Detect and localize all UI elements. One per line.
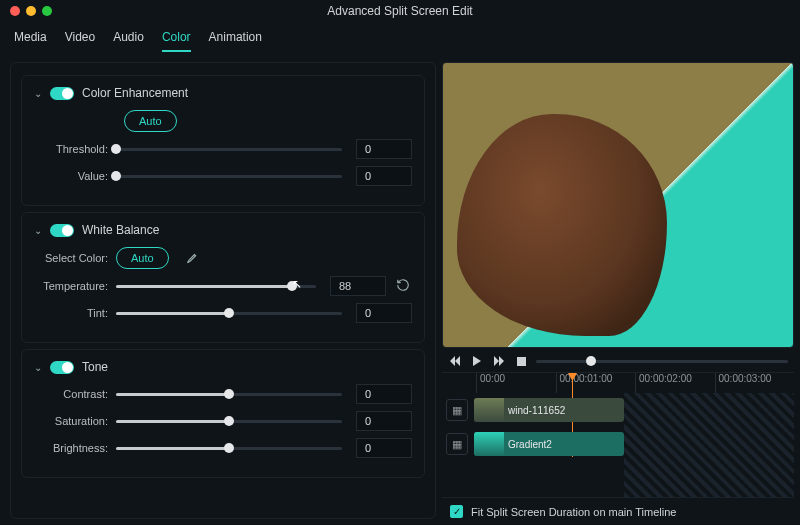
temperature-slider[interactable]: ↖ [116, 279, 316, 293]
value-label: Value: [34, 170, 116, 182]
section-title: Tone [82, 360, 108, 374]
app-title: Advanced Split Screen Edit [327, 4, 472, 18]
minimize-icon[interactable] [26, 6, 36, 16]
clip[interactable]: wind-111652 [474, 398, 624, 422]
section-title: White Balance [82, 223, 159, 237]
toggle-white-balance[interactable] [50, 224, 74, 237]
collapse-icon[interactable]: ⌄ [34, 362, 42, 373]
fit-checkbox[interactable]: ✓ [450, 505, 463, 518]
tab-video[interactable]: Video [65, 30, 95, 52]
tab-color[interactable]: Color [162, 30, 191, 52]
ruler-tick: 00:00:03:00 [715, 373, 795, 393]
value-slider[interactable] [116, 169, 342, 183]
window-controls [10, 6, 52, 16]
clip-label: Gradient2 [508, 439, 552, 450]
clip-label: wind-111652 [508, 405, 565, 416]
wb-auto-button[interactable]: Auto [116, 247, 169, 269]
playback-bar [442, 350, 794, 372]
temperature-row: Temperature: ↖ 88 [34, 276, 412, 296]
next-frame-icon[interactable] [492, 354, 506, 368]
svg-rect-0 [517, 357, 526, 366]
select-color-label: Select Color: [34, 252, 116, 264]
stop-icon[interactable] [514, 354, 528, 368]
tint-slider[interactable] [116, 306, 342, 320]
tint-value[interactable]: 0 [356, 303, 412, 323]
tint-label: Tint: [34, 307, 116, 319]
saturation-value[interactable]: 0 [356, 411, 412, 431]
tab-animation[interactable]: Animation [209, 30, 262, 52]
ruler-tick: 00:00 [476, 373, 556, 393]
tab-media[interactable]: Media [14, 30, 47, 52]
eyedropper-icon[interactable] [183, 250, 199, 266]
clip[interactable]: Gradient2 [474, 432, 624, 456]
timeline: 00:00 00:00:01:00 00:00:02:00 00:00:03:0… [442, 372, 794, 525]
brightness-label: Brightness: [34, 442, 116, 454]
video-preview[interactable] [442, 62, 794, 348]
contrast-value[interactable]: 0 [356, 384, 412, 404]
brightness-value[interactable]: 0 [356, 438, 412, 458]
threshold-slider[interactable] [116, 142, 342, 156]
value-value[interactable]: 0 [356, 166, 412, 186]
toggle-tone[interactable] [50, 361, 74, 374]
temperature-label: Temperature: [34, 280, 116, 292]
value-row: Value: 0 [34, 166, 412, 186]
collapse-icon[interactable]: ⌄ [34, 88, 42, 99]
play-icon[interactable] [470, 354, 484, 368]
threshold-label: Threshold: [34, 143, 116, 155]
contrast-slider[interactable] [116, 387, 342, 401]
reset-icon[interactable] [396, 278, 412, 294]
threshold-row: Threshold: 0 [34, 139, 412, 159]
saturation-label: Saturation: [34, 415, 116, 427]
track-row: ▦ Gradient2 [446, 430, 794, 458]
contrast-label: Contrast: [34, 388, 116, 400]
toggle-color-enhancement[interactable] [50, 87, 74, 100]
section-color-enhancement: ⌄ Color Enhancement Auto Threshold: 0 [21, 75, 425, 206]
saturation-slider[interactable] [116, 414, 342, 428]
track-icon[interactable]: ▦ [446, 399, 468, 421]
maximize-icon[interactable] [42, 6, 52, 16]
collapse-icon[interactable]: ⌄ [34, 225, 42, 236]
tab-bar: Media Video Audio Color Animation [0, 22, 800, 58]
tab-audio[interactable]: Audio [113, 30, 144, 52]
scrub-slider[interactable] [536, 360, 788, 363]
temperature-value[interactable]: 88 [330, 276, 386, 296]
track-icon[interactable]: ▦ [446, 433, 468, 455]
auto-button[interactable]: Auto [124, 110, 177, 132]
section-tone: ⌄ Tone Contrast: 0 Saturation: 0 Brightn… [21, 349, 425, 478]
section-white-balance: ⌄ White Balance Select Color: Auto Tempe… [21, 212, 425, 343]
time-ruler[interactable]: 00:00 00:00:01:00 00:00:02:00 00:00:03:0… [442, 373, 794, 393]
ruler-tick: 00:00:01:00 [556, 373, 636, 393]
section-title: Color Enhancement [82, 86, 188, 100]
track-row: ▦ wind-111652 [446, 396, 794, 424]
prev-frame-icon[interactable] [448, 354, 462, 368]
brightness-slider[interactable] [116, 441, 342, 455]
ruler-tick: 00:00:02:00 [635, 373, 715, 393]
preview-timeline-panel: 00:00 00:00:01:00 00:00:02:00 00:00:03:0… [442, 58, 800, 525]
fit-label: Fit Split Screen Duration on main Timeli… [471, 506, 676, 518]
clip-thumbnail [474, 398, 504, 422]
preview-content [457, 114, 667, 336]
clip-thumbnail [474, 432, 504, 456]
fit-bar: ✓ Fit Split Screen Duration on main Time… [442, 497, 794, 525]
tint-row: Tint: 0 [34, 303, 412, 323]
title-bar: Advanced Split Screen Edit [0, 0, 800, 22]
properties-panel: ⌄ Color Enhancement Auto Threshold: 0 [10, 62, 436, 519]
close-icon[interactable] [10, 6, 20, 16]
threshold-value[interactable]: 0 [356, 139, 412, 159]
